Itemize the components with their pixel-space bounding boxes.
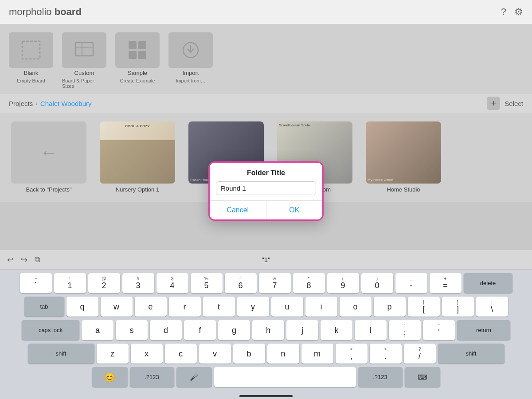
key-top-3-9: > <box>384 347 387 352</box>
key-2-8[interactable]: k <box>321 320 352 340</box>
key-main-1-9: o <box>353 303 357 311</box>
key-2-2[interactable]: s <box>116 320 148 340</box>
undo-icon[interactable]: ↩ <box>5 253 16 266</box>
select-button[interactable]: Select <box>505 100 523 107</box>
key-3-0[interactable]: shift <box>28 344 94 364</box>
copy-icon[interactable]: ⧉ <box>33 253 42 266</box>
key-3-2[interactable]: x <box>131 344 163 364</box>
key-3-9[interactable]: >. <box>370 344 402 364</box>
key-1-13[interactable]: |\ <box>476 297 508 317</box>
key-4-2[interactable]: 🎤 <box>176 367 212 387</box>
key-2-11[interactable]: "' <box>423 320 455 340</box>
key-1-5[interactable]: t <box>203 297 235 317</box>
app-name-light: morpholio <box>9 6 55 17</box>
top-bar: morpholio board ? ⚙ <box>0 0 532 24</box>
svg-rect-7 <box>138 51 146 59</box>
cancel-button[interactable]: Cancel <box>210 201 266 219</box>
key-top-0-3: # <box>137 277 140 281</box>
template-card-sample[interactable]: Sample Create Example <box>115 32 160 83</box>
help-icon[interactable]: ? <box>501 6 506 18</box>
key-main-3-5: b <box>246 350 251 358</box>
key-1-0[interactable]: tab <box>24 297 64 317</box>
key-2-12[interactable]: return <box>457 320 510 340</box>
key-3-8[interactable]: <, <box>336 344 368 364</box>
key-3-3[interactable]: c <box>165 344 197 364</box>
key-3-5[interactable]: b <box>233 344 265 364</box>
dialog-input-wrap <box>210 181 322 200</box>
key-4-1[interactable]: .?123 <box>130 367 174 387</box>
key-3-4[interactable]: v <box>199 344 231 364</box>
add-button[interactable]: + <box>487 97 500 110</box>
key-0-9[interactable]: (9 <box>327 273 359 293</box>
template-card-import[interactable]: Import Import from… <box>168 32 213 83</box>
key-3-10[interactable]: ?/ <box>404 344 436 364</box>
breadcrumb-bar: Projects › Chalet Woodbury + Select <box>0 94 532 113</box>
key-0-4[interactable]: $4 <box>156 273 188 293</box>
key-3-11[interactable]: shift <box>438 344 505 364</box>
folder-title-input[interactable] <box>216 181 316 195</box>
key-2-9[interactable]: l <box>355 320 387 340</box>
redo-icon[interactable]: ↪ <box>19 253 29 266</box>
key-0-1[interactable]: !1 <box>54 273 86 293</box>
key-2-3[interactable]: d <box>150 320 182 340</box>
key-1-10[interactable]: p <box>374 297 406 317</box>
key-main-2-8: k <box>335 326 339 334</box>
key-0-10[interactable]: )0 <box>361 273 393 293</box>
key-4-3[interactable] <box>214 367 356 387</box>
key-4-5[interactable]: ⌨ <box>405 367 440 387</box>
key-1-1[interactable]: q <box>66 297 98 317</box>
key-0-11[interactable]: _- <box>395 273 427 293</box>
key-0-12[interactable]: += <box>430 273 462 293</box>
key-2-4[interactable]: f <box>184 320 216 340</box>
key-main-0-5: 5 <box>204 282 208 289</box>
key-2-7[interactable]: j <box>286 320 318 340</box>
template-card-custom[interactable]: Custom Board & Paper Sizes <box>62 32 106 89</box>
key-2-1[interactable]: a <box>82 320 113 340</box>
template-card-blank[interactable]: Blank Empty Board <box>9 32 53 83</box>
breadcrumb-current[interactable]: Chalet Woodbury <box>40 100 92 107</box>
key-main-1-12: ] <box>457 305 459 313</box>
key-0-7[interactable]: &7 <box>259 273 291 293</box>
key-3-6[interactable]: n <box>267 344 299 364</box>
breadcrumb-root[interactable]: Projects <box>9 100 33 107</box>
key-3-1[interactable]: z <box>97 344 129 364</box>
key-2-5[interactable]: g <box>218 320 250 340</box>
key-0-5[interactable]: %5 <box>191 273 223 293</box>
key-0-6[interactable]: ^6 <box>225 273 257 293</box>
key-4-4[interactable]: .?123 <box>358 367 403 387</box>
key-1-9[interactable]: o <box>340 297 372 317</box>
key-1-7[interactable]: u <box>271 297 303 317</box>
key-2-0[interactable]: caps lock <box>22 320 79 340</box>
key-1-2[interactable]: w <box>101 297 133 317</box>
key-main-1-3: e <box>148 303 153 311</box>
key-top-0-9: ( <box>342 277 344 281</box>
template-title-custom: Custom <box>74 70 94 76</box>
key-main-0-6: 6 <box>238 282 243 289</box>
key-1-12[interactable]: }] <box>442 297 474 317</box>
key-1-11[interactable]: {[ <box>408 297 440 317</box>
key-1-6[interactable]: y <box>237 297 269 317</box>
key-2-6[interactable]: h <box>252 320 284 340</box>
key-1-8[interactable]: i <box>305 297 337 317</box>
template-subtitle-import: Import from… <box>176 78 205 83</box>
key-3-7[interactable]: m <box>301 344 333 364</box>
key-row-2: caps lockasdfghjkl:;"'return <box>2 320 530 340</box>
key-row-0: ~`!1@2#3$4%5^6&7*8(9)0_-+=delete <box>2 273 530 293</box>
key-0-13[interactable]: delete <box>464 273 512 293</box>
svg-rect-5 <box>138 41 146 49</box>
key-0-8[interactable]: *8 <box>293 273 325 293</box>
settings-icon[interactable]: ⚙ <box>514 6 523 18</box>
app-name-bold: board <box>55 6 82 17</box>
key-0-3[interactable]: #3 <box>122 273 154 293</box>
key-1-4[interactable]: r <box>169 297 201 317</box>
key-4-0[interactable]: 😊 <box>92 367 128 387</box>
key-0-0[interactable]: ~` <box>20 273 52 293</box>
template-subtitle-sample: Create Example <box>120 78 155 83</box>
keyboard-toolbar-left: ↩ ↪ ⧉ <box>5 253 42 266</box>
key-2-10[interactable]: :; <box>389 320 421 340</box>
key-main-1-6: y <box>251 303 255 311</box>
key-main-2-3: d <box>164 326 168 334</box>
ok-button[interactable]: OK <box>266 201 323 219</box>
key-1-3[interactable]: e <box>135 297 167 317</box>
key-0-2[interactable]: @2 <box>88 273 120 293</box>
